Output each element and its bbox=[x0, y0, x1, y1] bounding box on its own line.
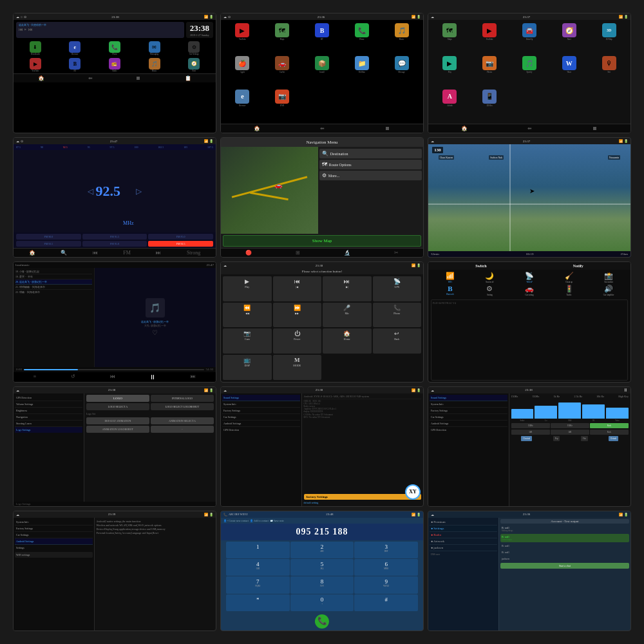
func-play[interactable]: ▶Play bbox=[223, 276, 272, 301]
android-menu-factory[interactable]: Factory Settings bbox=[15, 526, 93, 532]
animation-select[interactable]: ANIMATION SELECT A bbox=[151, 417, 214, 424]
func-disp[interactable]: 📺DISP bbox=[223, 355, 272, 380]
preset-6[interactable]: FM 92.5 bbox=[148, 241, 213, 247]
heart-icon[interactable]: ♡ bbox=[152, 329, 158, 336]
grid-carset[interactable]: 🚗CarSet bbox=[263, 56, 301, 87]
key-6[interactable]: 6MNO bbox=[354, 559, 418, 576]
grid-apple[interactable]: 🍎Apple bbox=[223, 56, 261, 87]
drawer-item-4[interactable]: jacksen bbox=[500, 556, 629, 562]
grid-siri[interactable]: 🎙Siri bbox=[590, 56, 628, 87]
call-button[interactable]: 📞 bbox=[315, 614, 329, 629]
sound-menu-factory[interactable]: Factory Settings bbox=[222, 408, 300, 414]
grid-photos[interactable]: 📷Photos bbox=[471, 56, 509, 87]
app-icon-yt[interactable]: ▶YouTube bbox=[30, 58, 41, 72]
grid-waze[interactable]: WWaze bbox=[550, 56, 588, 87]
grid-browser[interactable]: eBrowser bbox=[223, 90, 261, 120]
app-icon-navi[interactable]: 🧭Navi bbox=[188, 58, 200, 72]
android-menu-wifi[interactable]: WiFi settings bbox=[15, 552, 93, 558]
eq-menu-car[interactable]: Car Settings bbox=[430, 414, 507, 421]
fm-next[interactable]: ▷ bbox=[136, 187, 142, 196]
grid-yt[interactable]: ▶YouTube bbox=[223, 23, 261, 54]
sound-menu-android[interactable]: Android Settings bbox=[222, 421, 300, 427]
nav-destination-btn[interactable]: 🔍Destination bbox=[319, 149, 422, 158]
key-4[interactable]: 4GHI bbox=[226, 559, 290, 576]
toggle-wifiap[interactable]: 📡WifiAP bbox=[510, 272, 549, 283]
key-2[interactable]: 2ABC bbox=[290, 542, 354, 558]
grid-install[interactable]: 📦Install bbox=[303, 56, 341, 87]
drawer-item-3[interactable]: B: wall bbox=[500, 549, 629, 555]
eq-bar-voice[interactable]: Voice bbox=[606, 408, 629, 422]
grid-spotify[interactable]: 🎵Spotify bbox=[511, 56, 549, 87]
grid-maps[interactable]: 🗺Maps bbox=[263, 23, 301, 54]
grid-msg[interactable]: 💬Message bbox=[383, 56, 421, 87]
key-1[interactable]: 1 bbox=[226, 542, 290, 558]
drawer-item-2[interactable]: B: wall bbox=[500, 543, 629, 549]
preset-4[interactable]: FM 93.5 bbox=[16, 241, 81, 247]
grid-bt2[interactable]: BBT bbox=[303, 23, 341, 54]
eq-menu-sysinfo[interactable]: System Info bbox=[430, 401, 507, 408]
menu-bright[interactable]: Brightness bbox=[15, 408, 82, 414]
toggle-bt[interactable]: BBluetooth bbox=[431, 285, 469, 296]
func-mic[interactable]: 🎤Mic bbox=[323, 303, 372, 328]
key-8[interactable]: 8TUV bbox=[290, 576, 354, 593]
sound-menu-car[interactable]: Car Settings bbox=[222, 414, 300, 421]
toggle-screenshot[interactable]: 📸Screenshot bbox=[589, 272, 628, 283]
drawer-jacksen[interactable]: ● jacksen bbox=[430, 545, 497, 551]
app-icon-settings[interactable]: ⚙Car Settings bbox=[188, 41, 200, 55]
eq-menu-gps[interactable]: GPS Detection bbox=[430, 427, 507, 433]
default-animation[interactable]: DEFAULT ANIMATION bbox=[86, 417, 149, 424]
drawer-settings[interactable]: ● Settings bbox=[430, 526, 497, 532]
func-next[interactable]: ⏭▶| bbox=[323, 276, 372, 301]
sound-menu-active[interactable]: Sound Settings bbox=[222, 395, 300, 401]
func-power[interactable]: ⏻Power bbox=[273, 328, 322, 354]
track-3-active[interactable]: 20. 远走高飞 - 放荡记忆一半 bbox=[15, 279, 92, 285]
preset-5[interactable]: FM 91.0 bbox=[82, 241, 147, 247]
func-prev[interactable]: ⏮|◀ bbox=[273, 276, 322, 301]
eq-preset-classic[interactable]: Classical bbox=[521, 436, 532, 441]
grid-driveoptic[interactable]: 📱3D-Res bbox=[471, 90, 509, 120]
toggle-screenoff[interactable]: 🌙Screen off bbox=[471, 272, 509, 283]
android-menu-car[interactable]: Car Settings bbox=[15, 532, 93, 538]
func-gps[interactable]: 📡GPS bbox=[373, 276, 422, 301]
preset-1[interactable]: FM 90.0 bbox=[16, 234, 81, 240]
func-cam[interactable]: 📷Cam bbox=[223, 328, 272, 354]
eq-preset-rock2[interactable]: Rock bbox=[590, 430, 629, 435]
func-mode[interactable]: MMODE bbox=[273, 355, 322, 380]
eq-preset-pop[interactable]: Pop bbox=[553, 436, 560, 441]
start-chat-btn[interactable]: Start a chat bbox=[500, 563, 629, 569]
android-menu-active[interactable]: Android Settings bbox=[15, 538, 93, 545]
toggle-wifi[interactable]: 📶WiFi bbox=[431, 272, 469, 283]
grid-play[interactable]: ▶Play bbox=[431, 56, 469, 87]
key-5[interactable]: 5JKL bbox=[290, 559, 354, 576]
animation-robot[interactable]: ANIMATION LOGOROBUT bbox=[86, 426, 149, 433]
app-icon-downloads[interactable]: ⬇Downloads bbox=[30, 41, 41, 55]
grid-dvr[interactable]: 📷DVR bbox=[263, 90, 301, 120]
grid-yt2[interactable]: ▶YouTube bbox=[471, 23, 509, 54]
grid-3dmap[interactable]: 3D3D Map bbox=[590, 23, 628, 54]
key-3[interactable]: 3DEF bbox=[354, 542, 418, 558]
eq-menu-active[interactable]: Sound Settings bbox=[430, 395, 507, 401]
app-icon-radio[interactable]: 📻Radio bbox=[109, 58, 120, 72]
eq-bar-mid[interactable]: Mid bbox=[558, 402, 581, 422]
track-4[interactable]: 21. 明明确确・到海老来市 bbox=[15, 285, 92, 290]
drawer-item-active[interactable]: B: wall Team Output bbox=[500, 534, 629, 542]
android-menu-sysinfo[interactable]: System Info bbox=[15, 519, 93, 526]
func-home[interactable]: 🏠Home bbox=[323, 328, 372, 354]
eq-bar-subw[interactable]: Subw bbox=[511, 409, 534, 422]
logo-btn-robot[interactable]: LOGO SELECT LOGOROBUT bbox=[151, 403, 214, 410]
toggle-traffic[interactable]: 🚦Traffic bbox=[550, 285, 589, 296]
toggle-carset[interactable]: 🚗Car setting bbox=[510, 285, 549, 296]
grid-phone[interactable]: 📞Phone bbox=[343, 23, 381, 54]
android-menu-settings[interactable]: Settings bbox=[15, 545, 93, 551]
eq-preset-rock[interactable]: Rock bbox=[590, 423, 629, 428]
toggle-setting[interactable]: ⚙Setting bbox=[471, 285, 509, 296]
eq-preset-default[interactable]: Default bbox=[609, 436, 618, 441]
func-back[interactable]: ↩Back bbox=[373, 328, 422, 354]
toggle-amplifier[interactable]: 🔊Car Amplifier bbox=[589, 285, 628, 296]
preset-2[interactable]: FM 91.5 bbox=[82, 234, 147, 240]
drawer-premium[interactable]: ● Premium bbox=[430, 519, 497, 526]
eq-bar-lo[interactable]: Lo bbox=[535, 406, 557, 422]
app-icon-msg[interactable]: ✉Messaging bbox=[149, 41, 160, 55]
grid-maps-2[interactable]: 🗺Maps bbox=[431, 23, 469, 54]
menu-vol[interactable]: Volume Settings bbox=[15, 401, 82, 408]
